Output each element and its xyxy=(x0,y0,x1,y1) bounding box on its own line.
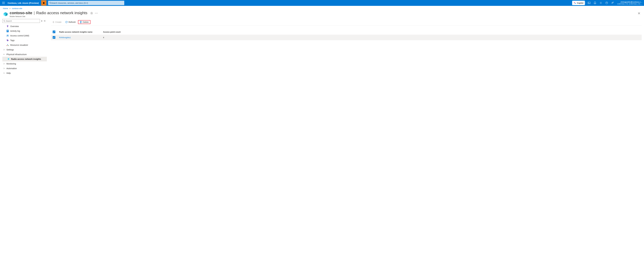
create-button[interactable]: Create xyxy=(51,20,63,24)
close-icon xyxy=(638,12,640,14)
svg-point-21 xyxy=(7,44,8,45)
svg-point-9 xyxy=(95,13,96,13)
sidebar-nav: Overview Activity log Access control (IA… xyxy=(2,24,47,75)
trash-icon xyxy=(80,21,82,23)
sidebar-item-monitoring[interactable]: Monitoring xyxy=(2,61,47,66)
global-search-input[interactable] xyxy=(51,2,123,4)
sidebar-search-input[interactable] xyxy=(6,20,39,22)
check-icon xyxy=(53,31,55,33)
sidebar: ▲▼ Overview Activity log Access control … xyxy=(0,19,47,75)
svg-rect-15 xyxy=(7,30,8,30)
insights-grid: Radio access network insights name Acces… xyxy=(51,29,642,40)
nav-label: Overview xyxy=(10,25,19,27)
sidebar-item-activity-log[interactable]: Activity log xyxy=(2,29,47,33)
user-account-menu[interactable]: chrisqpublic@contoso.c... CONTOSO, LTD. … xyxy=(616,1,644,5)
cloud-shell-button[interactable] xyxy=(586,0,592,6)
user-tenant: CONTOSO, LTD. (CONTOSO, LTD..... xyxy=(617,3,642,5)
copilot-button[interactable]: Copilot xyxy=(572,1,585,5)
top-bar: Contoso, Ltd. Azure (Preview) Copilot ch… xyxy=(0,0,644,6)
sidebar-item-iam[interactable]: Access control (IAM) xyxy=(2,33,47,38)
svg-point-18 xyxy=(7,35,8,36)
global-search[interactable] xyxy=(48,1,124,5)
breadcrumb-separator: > xyxy=(9,7,10,9)
plus-icon xyxy=(52,21,54,23)
notifications-button[interactable] xyxy=(592,0,598,6)
terminal-icon xyxy=(588,2,590,4)
nav-label: Resource visualizer xyxy=(10,44,28,46)
resource-type-label: Mobile Network Site xyxy=(10,15,88,17)
report-bug-button[interactable] xyxy=(41,0,46,5)
sidebar-sort-toggle[interactable]: ▲▼ xyxy=(41,20,42,22)
nav-label: Activity log xyxy=(10,30,20,32)
svg-point-5 xyxy=(612,2,613,3)
search-icon xyxy=(3,20,5,22)
table-row[interactable]: RANInsights1 4 xyxy=(51,35,642,40)
chevron-double-left-icon xyxy=(44,20,46,22)
chevron-right-icon xyxy=(3,68,4,69)
more-actions-button[interactable] xyxy=(95,13,98,13)
sidebar-collapse-button[interactable] xyxy=(44,20,46,22)
nav-label: Monitoring xyxy=(6,63,16,65)
section-name: Radio access network insights xyxy=(36,11,88,15)
nav-label: Physical infrastructure xyxy=(6,53,27,55)
page-header: contoso-site | Radio access network insi… xyxy=(0,10,644,19)
svg-point-1 xyxy=(50,2,51,3)
close-blade-button[interactable] xyxy=(637,11,641,15)
log-icon xyxy=(6,30,9,32)
brand-label[interactable]: Contoso, Ltd. Azure (Preview) xyxy=(7,2,40,4)
resource-name: contoso-site xyxy=(10,11,32,15)
copilot-label: Copilot xyxy=(577,2,584,4)
feedback-button[interactable] xyxy=(610,0,616,6)
svg-rect-2 xyxy=(588,2,590,4)
nav-label: Tags xyxy=(10,39,15,41)
help-button[interactable] xyxy=(604,0,610,6)
grid-header-row: Radio access network insights name Acces… xyxy=(51,29,642,35)
graph-icon xyxy=(6,44,9,46)
chevron-right-icon xyxy=(3,49,4,50)
settings-button[interactable] xyxy=(598,0,604,6)
refresh-label: Refresh xyxy=(68,21,76,23)
sidebar-item-tags[interactable]: Tags xyxy=(2,38,47,43)
favorite-button[interactable] xyxy=(90,12,93,14)
refresh-button[interactable]: Refresh xyxy=(64,20,77,24)
sidebar-item-settings[interactable]: Settings xyxy=(2,47,47,52)
hamburger-menu-button[interactable] xyxy=(0,0,7,6)
people-icon xyxy=(6,35,9,37)
delete-label: Delete xyxy=(83,21,88,23)
search-icon xyxy=(49,2,51,4)
main-content: Create Refresh Delete Radio access netwo… xyxy=(47,19,644,75)
sidebar-item-overview[interactable]: Overview xyxy=(2,24,47,29)
row-count: 4 xyxy=(103,36,640,39)
nav-label: Help xyxy=(6,72,11,74)
column-header-count[interactable]: Access point count xyxy=(103,31,640,33)
row-checkbox[interactable] xyxy=(53,36,55,39)
chevron-down-icon xyxy=(3,54,5,55)
nav-label: Settings xyxy=(6,48,14,51)
copilot-icon xyxy=(574,2,576,4)
sidebar-search[interactable] xyxy=(2,19,40,23)
sidebar-item-physical-infrastructure[interactable]: Physical infrastructure xyxy=(2,52,47,57)
breadcrumb: Home > contoso-site xyxy=(0,6,644,10)
tag-icon xyxy=(6,39,9,41)
svg-rect-17 xyxy=(7,31,8,31)
sidebar-item-automation[interactable]: Automation xyxy=(2,66,47,71)
cube-icon xyxy=(8,58,10,60)
sidebar-item-help[interactable]: Help xyxy=(2,71,47,75)
svg-rect-14 xyxy=(6,30,9,32)
svg-point-12 xyxy=(4,20,5,21)
svg-point-11 xyxy=(97,13,98,13)
delete-button[interactable]: Delete xyxy=(78,20,90,24)
sidebar-item-resource-visualizer[interactable]: Resource visualizer xyxy=(2,43,47,47)
column-header-name[interactable]: Radio access network insights name xyxy=(59,31,103,33)
svg-point-10 xyxy=(96,13,96,13)
select-all-checkbox[interactable] xyxy=(53,30,55,33)
breadcrumb-home[interactable]: Home xyxy=(3,7,8,9)
sidebar-item-ran-insights[interactable]: Radio access network insights xyxy=(2,57,47,61)
gear-icon xyxy=(600,1,602,4)
chevron-right-icon xyxy=(3,63,4,64)
svg-rect-16 xyxy=(7,31,8,31)
breadcrumb-site[interactable]: contoso-site xyxy=(12,7,22,9)
svg-point-3 xyxy=(600,3,601,3)
nav-label: Radio access network insights xyxy=(11,58,41,60)
row-name-link[interactable]: RANInsights1 xyxy=(59,36,71,39)
